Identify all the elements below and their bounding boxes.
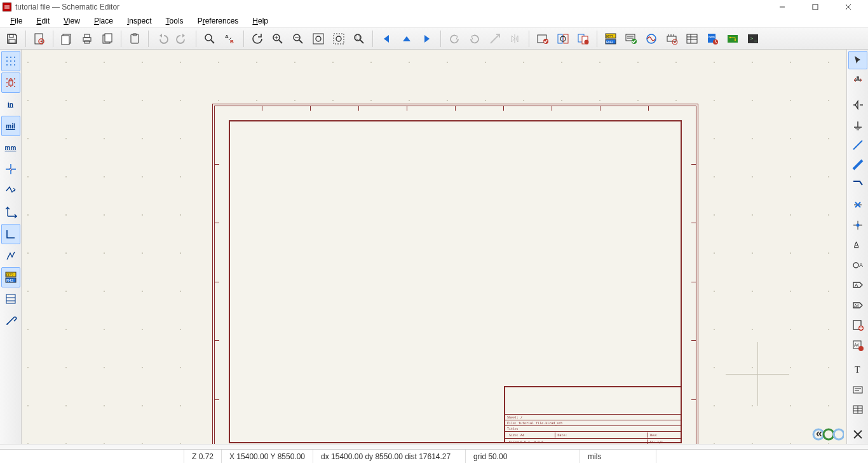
assign-footprints-button[interactable]: [662, 30, 681, 48]
svg-rect-125: [853, 387, 862, 393]
svg-line-27: [299, 40, 302, 43]
menu-view[interactable]: View: [57, 15, 86, 27]
add-sheet-button[interactable]: [848, 315, 867, 334]
add-bus-button[interactable]: [848, 156, 867, 174]
svg-point-84: [14, 82, 15, 83]
delete-button[interactable]: [848, 425, 867, 444]
svg-rect-10: [62, 36, 69, 45]
mirror-button[interactable]: [506, 30, 525, 48]
find-replace-button[interactable]: AB: [220, 30, 240, 48]
grid-overrides-button[interactable]: [1, 73, 20, 93]
save-button[interactable]: [3, 30, 22, 48]
coords-button[interactable]: [1, 245, 20, 266]
svg-point-98: [834, 429, 844, 439]
fields-ref-button[interactable]: [1, 289, 20, 309]
sync-sheet-pins-button[interactable]: A◊: [848, 336, 867, 354]
minimize-button[interactable]: [773, 4, 792, 10]
menu-place[interactable]: Place: [88, 15, 119, 27]
tb-gen: KiCad E.D.A. 8.0.6: [507, 439, 647, 444]
symbol-fields-button[interactable]: [682, 30, 702, 48]
svg-text:A: A: [854, 240, 859, 248]
schematic-setup-button[interactable]: [30, 30, 49, 48]
orthogonal-button[interactable]: [1, 224, 20, 244]
textbox-button[interactable]: [848, 380, 867, 399]
netclass-directive-button[interactable]: A: [848, 256, 867, 274]
undo-button[interactable]: [153, 30, 172, 48]
text-button[interactable]: T: [848, 361, 867, 379]
menu-help[interactable]: Help: [246, 15, 275, 27]
status-grid[interactable]: grid 50.00: [466, 450, 580, 463]
menu-tools[interactable]: Tools: [159, 15, 190, 27]
toolbar-right: A A A A◊ A◊ T: [846, 50, 868, 444]
rotate-cw-button[interactable]: [465, 30, 484, 48]
leave-sheet-button[interactable]: [485, 30, 505, 48]
menu-file[interactable]: File: [4, 15, 29, 27]
coord-origin-button[interactable]: [1, 202, 20, 223]
units-mil-button[interactable]: mil: [1, 116, 20, 136]
refresh-button[interactable]: [248, 30, 267, 48]
zoom-objects-button[interactable]: [329, 30, 348, 48]
annotate-button[interactable]: R??R42: [601, 30, 620, 48]
zoom-selection-button[interactable]: [349, 30, 369, 48]
bom-button[interactable]: bom: [703, 30, 722, 48]
select-tool-button[interactable]: [848, 51, 867, 69]
zoom-fit-button[interactable]: [309, 30, 328, 48]
menu-preferences[interactable]: Preferences: [191, 15, 245, 27]
net-label-button[interactable]: A: [848, 236, 867, 254]
highlight-net-button[interactable]: [848, 71, 867, 89]
svg-point-43: [585, 39, 589, 44]
units-mm-button[interactable]: mm: [1, 137, 20, 158]
svg-point-85: [6, 86, 8, 87]
page-settings-button[interactable]: [57, 30, 76, 48]
status-zoom: Z 0.72: [184, 450, 222, 463]
units-in-button[interactable]: in: [1, 94, 20, 114]
add-symbol-button[interactable]: [848, 95, 867, 114]
bus-entry-button[interactable]: [848, 176, 867, 194]
plot-button[interactable]: [98, 30, 117, 48]
svg-point-83: [6, 82, 8, 83]
simulator-button[interactable]: [642, 30, 661, 48]
tb-date: Date:: [555, 432, 648, 438]
open-pcb-button[interactable]: [723, 30, 742, 48]
svg-point-72: [10, 57, 11, 58]
paste-button[interactable]: [125, 30, 144, 48]
navigate-back-button[interactable]: [377, 30, 396, 48]
erc-tool-button[interactable]: [621, 30, 641, 48]
canvas[interactable]: Sheet: / File: tutorial file.kicad_sch T…: [22, 50, 846, 444]
find-button[interactable]: [200, 30, 219, 48]
free-angle-button[interactable]: [1, 181, 20, 201]
global-label-button[interactable]: A: [848, 275, 867, 294]
navigate-forward-button[interactable]: [417, 30, 437, 48]
menu-inspect[interactable]: Inspect: [121, 15, 158, 27]
diff-button[interactable]: [574, 30, 593, 48]
zoom-in-button[interactable]: [268, 30, 287, 48]
show-grid-button[interactable]: [1, 51, 20, 71]
svg-point-97: [824, 429, 834, 439]
properties-button[interactable]: [1, 310, 20, 331]
svg-text:A◊: A◊: [854, 343, 860, 347]
svg-line-19: [211, 40, 214, 43]
rotate-ccw-button[interactable]: [445, 30, 464, 48]
add-wire-button[interactable]: [848, 135, 867, 154]
junction-button[interactable]: [848, 216, 867, 234]
zoom-out-button[interactable]: [288, 30, 308, 48]
erc-button[interactable]: [533, 30, 552, 48]
maximize-button[interactable]: [806, 4, 825, 10]
print-button[interactable]: [78, 30, 97, 48]
status-units[interactable]: mils: [580, 450, 656, 463]
menu-edit[interactable]: Edit: [30, 15, 56, 27]
scripting-console-button[interactable]: ＞_: [743, 30, 763, 48]
inspect-button[interactable]: [553, 30, 573, 48]
close-button[interactable]: [839, 4, 858, 10]
svg-rect-59: [687, 34, 697, 43]
svg-text:A: A: [225, 34, 229, 39]
hidden-pins-button[interactable]: R??R42: [1, 267, 20, 287]
hier-label-button[interactable]: A◊: [848, 296, 867, 314]
no-connect-button[interactable]: [848, 196, 867, 214]
add-power-button[interactable]: [848, 116, 867, 134]
navigate-up-button[interactable]: [397, 30, 416, 48]
redo-button[interactable]: [173, 30, 192, 48]
svg-line-23: [279, 40, 282, 43]
crosshair-button[interactable]: [1, 159, 20, 179]
table-button[interactable]: [848, 401, 867, 419]
